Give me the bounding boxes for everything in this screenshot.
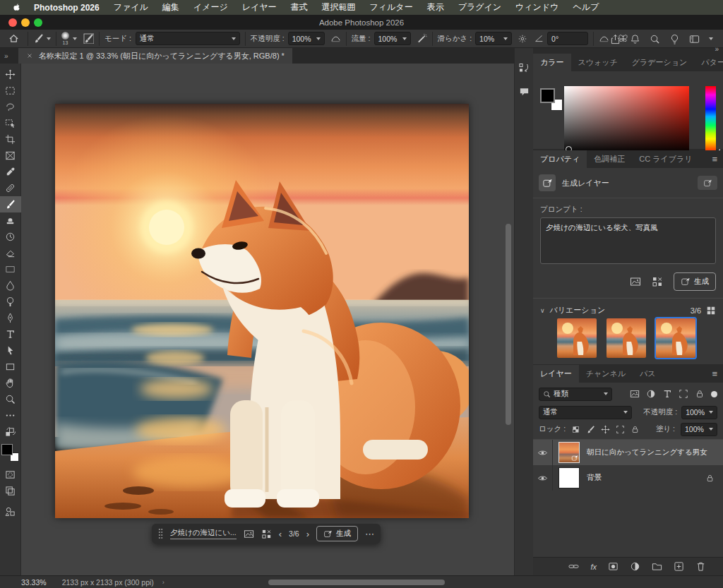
layer-row-background[interactable]: 背景 bbox=[533, 465, 723, 491]
tool-pen[interactable] bbox=[0, 310, 21, 326]
filter-type-layers-icon[interactable] bbox=[662, 389, 672, 399]
tool-history-brush[interactable] bbox=[0, 229, 21, 245]
tool-clone-stamp[interactable] bbox=[0, 212, 21, 229]
pressure-size-icon[interactable] bbox=[599, 33, 609, 44]
tool-brush-selected[interactable] bbox=[0, 196, 21, 212]
discover-lightbulb-icon[interactable] bbox=[669, 34, 680, 44]
lock-pixels-icon[interactable] bbox=[586, 425, 595, 434]
tool-move[interactable] bbox=[0, 66, 21, 83]
tool-zoom[interactable] bbox=[0, 391, 21, 407]
opacity-select[interactable]: 100% bbox=[288, 32, 325, 45]
filter-pixel-layers-icon[interactable] bbox=[630, 389, 640, 399]
menu-type[interactable]: 書式 bbox=[284, 1, 315, 13]
menu-layer[interactable]: レイヤー bbox=[235, 1, 284, 13]
variations-collapse-icon[interactable]: ∨ bbox=[540, 307, 545, 314]
tool-eraser[interactable] bbox=[0, 245, 21, 261]
layer-visibility-eye-icon[interactable] bbox=[533, 465, 553, 491]
tab-properties[interactable]: プロパティ bbox=[533, 150, 587, 168]
docked-panels-collapse-icon[interactable]: » bbox=[0, 52, 13, 60]
brush-settings-panel-icon[interactable] bbox=[83, 33, 94, 44]
taskbar-more-icon[interactable]: ⋯ bbox=[365, 529, 374, 539]
smoothing-select[interactable]: 10% bbox=[475, 32, 512, 45]
horizontal-scrollbar[interactable] bbox=[268, 580, 445, 585]
filter-toggle-icon[interactable] bbox=[711, 391, 717, 397]
layer-row-generative[interactable]: 朝日に向かってランニングする男女 bbox=[533, 440, 723, 465]
layer-blend-mode-select[interactable]: 通常 bbox=[539, 406, 632, 419]
variation-thumbnail-3-selected[interactable] bbox=[656, 318, 695, 358]
lock-transparency-icon[interactable] bbox=[571, 425, 580, 434]
tab-channels[interactable]: チャンネル bbox=[579, 365, 633, 383]
tool-path-selection[interactable] bbox=[0, 342, 21, 359]
screen-mode-icon[interactable] bbox=[0, 483, 21, 499]
menu-help[interactable]: ヘルプ bbox=[566, 1, 606, 13]
layer-opacity-select[interactable]: 100% bbox=[681, 406, 717, 419]
layer-thumbnail-generative[interactable] bbox=[558, 442, 580, 463]
delete-layer-trash-icon[interactable] bbox=[695, 561, 706, 572]
new-adjustment-layer-icon[interactable] bbox=[630, 561, 640, 572]
document-canvas[interactable] bbox=[55, 104, 469, 518]
menu-app-name[interactable]: Photoshop 2026 bbox=[27, 3, 107, 13]
search-icon[interactable] bbox=[650, 34, 660, 44]
variation-thumbnail-2[interactable] bbox=[607, 318, 646, 358]
tool-marquee[interactable] bbox=[0, 83, 21, 99]
variation-thumbnail-1[interactable] bbox=[557, 318, 597, 358]
layer-fill-select[interactable]: 100% bbox=[681, 423, 717, 436]
variations-grid-icon[interactable] bbox=[706, 306, 716, 316]
tool-healing-brush[interactable] bbox=[0, 180, 21, 196]
layer-name[interactable]: 背景 bbox=[587, 473, 602, 483]
share-icon[interactable] bbox=[610, 34, 621, 44]
tool-eyedropper[interactable] bbox=[0, 164, 21, 180]
blend-mode-select[interactable]: 通常 bbox=[136, 32, 240, 45]
apple-menu-icon[interactable] bbox=[6, 3, 27, 13]
generate-button[interactable]: 生成 bbox=[674, 272, 716, 291]
tool-gradient[interactable] bbox=[0, 261, 21, 277]
lock-artboard-icon[interactable] bbox=[616, 425, 625, 434]
swap-colors-icon[interactable] bbox=[0, 424, 21, 440]
smoothing-gear-icon[interactable] bbox=[518, 34, 527, 44]
tab-close-icon[interactable] bbox=[26, 52, 33, 59]
taskbar-generate-button[interactable]: 生成 bbox=[316, 526, 358, 541]
properties-panel-menu-icon[interactable]: ≡ bbox=[706, 150, 723, 168]
tool-frame[interactable] bbox=[0, 148, 21, 164]
hue-strip[interactable] bbox=[705, 86, 716, 154]
menu-window[interactable]: ウィンドウ bbox=[508, 1, 566, 13]
tab-swatches[interactable]: スウォッチ bbox=[571, 54, 625, 71]
layer-visibility-eye-icon[interactable] bbox=[533, 440, 553, 465]
menu-edit[interactable]: 編集 bbox=[155, 1, 186, 13]
background-lock-icon[interactable] bbox=[705, 474, 715, 483]
similar-variations-icon[interactable] bbox=[652, 276, 663, 287]
filter-adjustment-layers-icon[interactable] bbox=[646, 389, 656, 399]
menu-select[interactable]: 選択範囲 bbox=[315, 1, 363, 13]
filter-shape-layers-icon[interactable] bbox=[679, 389, 688, 399]
menu-file[interactable]: ファイル bbox=[107, 1, 155, 13]
tool-dodge[interactable] bbox=[0, 294, 21, 310]
taskbar-similar-icon[interactable] bbox=[261, 529, 272, 539]
tab-layers[interactable]: レイヤー bbox=[533, 365, 579, 383]
taskbar-prompt-text[interactable]: 夕焼けの海辺にい... bbox=[170, 528, 237, 539]
brush-tool-preset-icon[interactable] bbox=[33, 33, 44, 44]
tool-lasso[interactable] bbox=[0, 99, 21, 115]
menu-view[interactable]: 表示 bbox=[420, 1, 451, 13]
home-icon[interactable] bbox=[4, 33, 23, 44]
tool-hand[interactable] bbox=[0, 375, 21, 391]
tab-color[interactable]: カラー bbox=[533, 54, 571, 71]
tool-object-selection[interactable] bbox=[0, 115, 21, 131]
brush-picker-caret-icon[interactable] bbox=[73, 37, 77, 40]
flow-select[interactable]: 100% bbox=[374, 32, 411, 45]
brush-angle-input[interactable]: 0° bbox=[547, 32, 588, 45]
add-mask-icon[interactable] bbox=[608, 561, 619, 572]
variation-prev-icon[interactable]: ‹ bbox=[279, 529, 282, 539]
comments-icon[interactable] bbox=[519, 86, 530, 97]
workspace-panel-icon[interactable] bbox=[689, 34, 700, 44]
lock-position-icon[interactable] bbox=[601, 425, 610, 434]
notifications-bell-icon[interactable] bbox=[630, 34, 640, 44]
color-saturation-field[interactable] bbox=[564, 86, 689, 154]
version-history-icon[interactable] bbox=[518, 62, 530, 73]
layer-name[interactable]: 朝日に向かってランニングする男女 bbox=[587, 448, 707, 457]
generative-badge-icon[interactable] bbox=[698, 176, 717, 190]
document-tab[interactable]: 名称未設定 1 @ 33.3% (朝日に向かってランニングする男女, RGB/8… bbox=[18, 48, 292, 64]
tool-type[interactable] bbox=[0, 326, 21, 342]
brush-preset-caret-icon[interactable] bbox=[47, 37, 51, 40]
layer-filter-select[interactable]: 種類 bbox=[539, 388, 612, 401]
brush-size-preview[interactable]: 13 bbox=[61, 32, 69, 45]
